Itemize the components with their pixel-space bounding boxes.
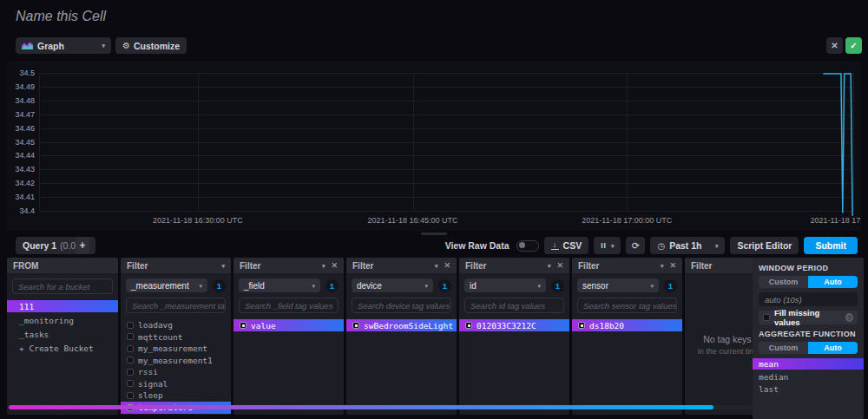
tag-key-dropdown[interactable]: _measurement▾ (126, 278, 207, 292)
tag-value-item[interactable]: my_measurement (121, 343, 231, 354)
visualization-type-dropdown[interactable]: Graph ▾ (16, 37, 111, 54)
filter-panel-header[interactable]: Filter▾✕ (233, 258, 344, 273)
checkbox[interactable] (352, 322, 359, 329)
tag-value-search-input[interactable]: Search id tag values (464, 298, 564, 313)
filter-panel-header[interactable]: Filter▾ (121, 258, 231, 273)
submit-button[interactable]: Submit (804, 237, 858, 254)
chevron-down-icon: ▾ (312, 283, 315, 289)
window-custom-option[interactable]: Custom (759, 276, 808, 288)
tag-value-item[interactable]: signal (121, 378, 231, 390)
checkbox[interactable] (127, 357, 134, 363)
tag-value-label: signal (138, 379, 168, 389)
remove-filter-icon[interactable]: ✕ (444, 261, 450, 270)
chevron-down-icon[interactable]: ▾ (221, 263, 225, 269)
csv-download-button[interactable]: ↓ CSV (544, 237, 589, 254)
tag-key-dropdown[interactable]: id▾ (464, 278, 546, 292)
checkbox[interactable] (240, 322, 247, 329)
chevron-down-icon[interactable]: ▾ (548, 263, 551, 269)
y-axis-tick-label: 34.41 (7, 193, 35, 201)
chevron-down-icon[interactable]: ▾ (322, 263, 326, 269)
pause-refresh-button[interactable]: II ▾ (594, 237, 621, 254)
filter-panel-header[interactable]: Filter▾✕ (346, 258, 457, 273)
checkbox[interactable] (127, 322, 134, 329)
y-axis-tick-label: 34.42 (7, 179, 35, 187)
customize-button[interactable]: ⚙ Customize (115, 37, 187, 54)
tag-key-row: _field▾1 (239, 278, 339, 292)
tag-value-search-input[interactable]: Search sensor tag values (577, 298, 677, 313)
data-line-series (39, 73, 853, 231)
tag-value-search-input[interactable]: Search device tag values (352, 298, 451, 313)
horizontal-scrollbar-thumb[interactable] (9, 405, 713, 409)
plot-border (853, 73, 854, 211)
time-series-chart[interactable]: 34.534.4934.4834.4734.4634.4534.4434.433… (7, 62, 861, 231)
resize-drag-handle[interactable] (421, 232, 447, 235)
fill-missing-values-row[interactable]: Fill missing values ? (759, 311, 858, 324)
checkbox[interactable] (127, 345, 134, 352)
window-period-value[interactable]: auto (10s) (759, 292, 858, 306)
aggregate-function-item[interactable]: mean (753, 358, 864, 370)
tag-value-item[interactable]: sleep (121, 390, 231, 401)
tag-value-item[interactable]: mqttcount (121, 331, 231, 343)
cancel-cell-button[interactable]: ✕ (826, 37, 843, 54)
y-axis-tick-label: 34.48 (7, 96, 35, 105)
tag-key-dropdown[interactable]: _field▾ (239, 278, 320, 292)
chevron-down-icon[interactable]: ▾ (661, 263, 664, 269)
filter-panel-header[interactable]: Filter▾✕ (459, 258, 569, 273)
tag-value-item[interactable]: ds18b20 (572, 319, 682, 331)
gear-icon: ⚙ (122, 41, 130, 50)
remove-filter-icon[interactable]: ✕ (331, 261, 338, 270)
fill-missing-values-checkbox[interactable] (763, 314, 770, 321)
tag-value-search-input[interactable]: Search _field tag values (239, 298, 339, 313)
tag-value-item[interactable]: rssi (121, 366, 231, 377)
time-range-dropdown[interactable]: ◷ Past 1h ▾ (650, 237, 725, 254)
tag-value-item[interactable]: loadavg (121, 319, 231, 331)
tag-key-row: id▾1 (464, 278, 564, 292)
checkbox[interactable] (127, 392, 134, 399)
tag-value-item[interactable]: uptimesec (121, 414, 231, 415)
chevron-down-icon[interactable]: ▾ (435, 263, 438, 269)
selected-count-badge: 1 (664, 279, 677, 292)
help-icon[interactable]: ? (845, 313, 853, 322)
checkbox[interactable] (127, 380, 134, 387)
chevron-down-icon: ▾ (715, 243, 719, 249)
filter-panel: Filter▾✕sensor▾1Search sensor tag values… (572, 258, 682, 415)
chevron-down-icon: ▾ (650, 283, 654, 289)
tag-key-dropdown[interactable]: sensor▾ (577, 278, 659, 292)
horizontal-scrollbar-track[interactable] (7, 405, 861, 409)
checkbox[interactable] (127, 333, 134, 340)
script-editor-button[interactable]: Script Editor (730, 237, 799, 254)
tag-key-dropdown[interactable]: device▾ (352, 278, 433, 292)
bucket-item[interactable]: 111 (7, 300, 118, 312)
checkbox[interactable] (465, 322, 472, 329)
filter-panel-header[interactable]: Filter▾✕ (572, 258, 682, 273)
chevron-down-icon: ▾ (102, 43, 105, 49)
y-axis-tick-label: 34.49 (7, 82, 35, 91)
aggregate-function-item[interactable]: median (753, 371, 864, 383)
add-query-button[interactable]: + (76, 237, 89, 254)
tag-value-item[interactable]: swBedroomSideLight (346, 319, 457, 331)
checkbox[interactable] (578, 322, 585, 329)
refresh-button[interactable]: ⟳ (626, 237, 645, 254)
bucket-item[interactable]: _tasks (7, 328, 118, 340)
bucket-item[interactable]: + Create Bucket (7, 342, 118, 354)
aggregate-function-item[interactable]: last (753, 383, 864, 395)
tag-value-item[interactable]: my_measurement1 (121, 355, 231, 366)
filter-panel: Filter▾✕id▾1Search id tag values012033C3… (459, 258, 569, 415)
remove-filter-icon[interactable]: ✕ (669, 261, 676, 270)
tag-value-item[interactable]: value (233, 319, 344, 331)
checkbox[interactable] (127, 369, 134, 376)
tag-value-item[interactable]: 012033C3212C (459, 319, 569, 331)
tag-value-search-input[interactable]: Search _measurement tag values (126, 298, 226, 313)
y-axis-tick-label: 34.47 (7, 110, 35, 119)
window-period-title: WINDOW PERIOD (759, 264, 858, 272)
selected-count-badge: 1 (213, 279, 226, 292)
bucket-item[interactable]: _monitoring (7, 314, 118, 326)
save-cell-button[interactable]: ✓ (845, 37, 862, 54)
view-raw-data-toggle[interactable] (516, 240, 539, 252)
window-auto-option[interactable]: Auto (808, 276, 858, 288)
window-period-mode-toggle: Custom Auto (759, 276, 858, 288)
remove-filter-icon[interactable]: ✕ (556, 261, 563, 270)
aggregate-custom-option[interactable]: Custom (759, 342, 808, 354)
aggregate-auto-option[interactable]: Auto (808, 342, 858, 354)
bucket-search-input[interactable]: Search for a bucket (12, 278, 113, 294)
